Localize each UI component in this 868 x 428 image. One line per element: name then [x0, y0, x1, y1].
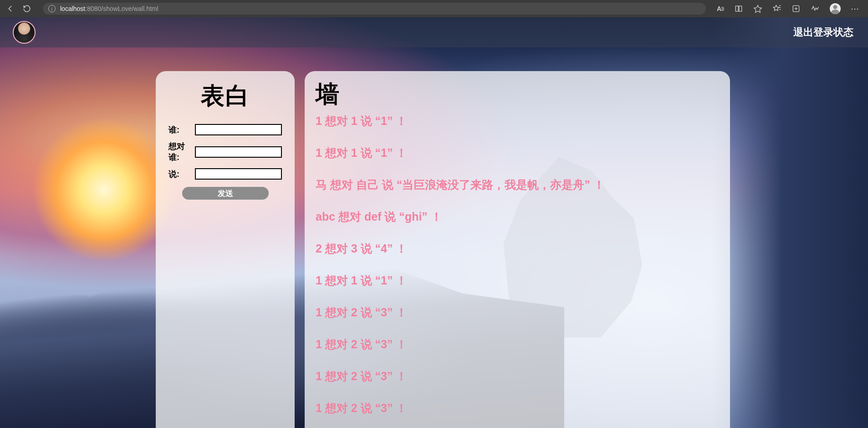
wall-message: 1 想对 1 说 “1” ！ — [316, 273, 720, 287]
app-header: 退出登录状态 — [0, 17, 868, 47]
svg-marker-1 — [773, 5, 779, 11]
svg-marker-0 — [754, 5, 762, 13]
wall-panel: 墙 1 想对 1 说 “1” ！1 想对 1 说 “1” ！马 想对 自己 说 … — [305, 71, 730, 428]
say-input[interactable] — [195, 168, 282, 180]
user-avatar[interactable] — [13, 21, 36, 44]
read-aloud-icon[interactable]: A)) — [717, 5, 724, 12]
url-text: localhost:8080/showLove/wall.html — [60, 5, 158, 12]
wall-message: 1 想对 2 说 “3” ！ — [316, 305, 720, 319]
performance-icon[interactable] — [811, 4, 820, 13]
who-input[interactable] — [195, 124, 282, 135]
collections-icon[interactable] — [791, 4, 801, 13]
wall-message: 1 想对 2 说 “3” ！ — [316, 369, 720, 383]
logout-link[interactable]: 退出登录状态 — [793, 26, 853, 39]
address-bar[interactable]: i localhost:8080/showLove/wall.html — [43, 3, 706, 15]
profile-avatar-icon[interactable] — [830, 3, 841, 14]
confession-form-panel: 表白 谁: 想对谁: 说: 发送 — [156, 71, 295, 428]
more-menu-icon[interactable]: ⋯ — [851, 4, 860, 14]
wall-message-list[interactable]: 1 想对 1 说 “1” ！1 想对 1 说 “1” ！马 想对 自己 说 “当… — [316, 114, 725, 428]
to-input[interactable] — [195, 146, 282, 158]
say-label: 说: — [168, 169, 195, 180]
site-info-icon[interactable]: i — [48, 5, 56, 12]
form-title: 表白 — [168, 80, 282, 112]
who-label: 谁: — [168, 124, 195, 135]
refresh-button[interactable] — [22, 4, 32, 14]
wall-message: 1 想对 1 说 “1” ！ — [316, 146, 720, 160]
wall-message: 1 想对 2 说 “3” ！ — [316, 337, 720, 351]
wall-message: abc 想对 def 说 “ghi” ！ — [316, 210, 720, 223]
decorative-cliff — [712, 17, 868, 428]
back-button[interactable] — [5, 4, 15, 14]
favorite-star-icon[interactable] — [753, 4, 762, 13]
wall-title: 墙 — [316, 78, 718, 110]
send-button[interactable]: 发送 — [182, 187, 269, 200]
wall-message: 1 想对 2 说 “3” ！ — [316, 401, 720, 415]
wall-message: 马 想对 自己 说 “当巨浪淹没了来路，我是帆，亦是舟” ！ — [316, 178, 720, 191]
wall-message: 2 想对 3 说 “4” ！ — [316, 242, 720, 255]
wall-message: 1 想对 1 说 “1” ！ — [316, 114, 720, 128]
immersive-reader-icon[interactable] — [734, 4, 743, 13]
favorites-bar-icon[interactable] — [772, 4, 781, 13]
to-label: 想对谁: — [168, 141, 195, 163]
browser-toolbar: i localhost:8080/showLove/wall.html A)) … — [0, 0, 868, 17]
page-viewport: 退出登录状态 表白 谁: 想对谁: 说: 发送 墙 1 想对 1 说 “1” ！… — [0, 17, 868, 428]
